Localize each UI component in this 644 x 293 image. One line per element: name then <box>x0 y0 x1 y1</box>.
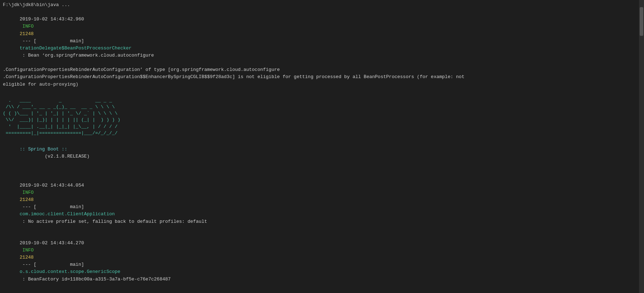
lvl-2: INFO <box>20 190 37 195</box>
pid-3: 21248 <box>20 255 34 260</box>
sep-3: --- [ main] <box>20 262 87 267</box>
console-main[interactable]: F:\jdk\jdk8\bin\java ... 2019-10-02 14:4… <box>0 0 639 293</box>
logger-2: com.imooc.client.ClientApplication <box>20 211 132 217</box>
level-1: INFO <box>20 24 37 29</box>
banner-line-4: \\/ ___)| |_)| | | | | || (_| | ) ) ) ) <box>3 117 636 123</box>
spring-boot-label: :: Spring Boot :: <box>20 146 67 152</box>
sep-2: --- [ main] <box>20 204 87 210</box>
log-line-4: 2019-10-02 14:43:44.300 INFO 21248 --- [… <box>3 290 636 293</box>
msg-3: : BeanFactory id=118bc00a-a315-3a7a-bf5e… <box>20 277 171 282</box>
empty-2 <box>3 168 636 175</box>
logger-3: o.s.cloud.context.scope.GenericScope <box>20 269 132 274</box>
timestamp-1: 2019-10-02 14:43:42.960 <box>20 16 84 22</box>
pid-2: 21248 <box>20 197 34 202</box>
empty-1 <box>3 88 636 95</box>
spring-banner: . ____ _ __ _ _ /\\ / ___'_ __ _ _(_)_ _… <box>3 97 636 136</box>
log-line-1b: .ConfigurationPropertiesRebinderAutoConf… <box>3 66 636 73</box>
ts-3: 2019-10-02 14:43:44.270 <box>20 240 84 246</box>
sep-1: --- [ main] <box>20 38 87 44</box>
log-line-2: 2019-10-02 14:43:44.054 INFO 21248 --- [… <box>3 175 636 232</box>
msg-1: : Bean ‘org.springframework.cloud.autoco… <box>20 53 154 58</box>
log-line-1d: eligible for auto-proxying) <box>3 81 636 88</box>
spring-boot-version: (v2.1.8.RELEASE) <box>20 154 90 159</box>
banner-line-6: =========|_|===============|___/=/_/_/_/ <box>3 130 636 136</box>
header-cmd: F:\jdk\jdk8\bin\java ... <box>3 1 636 9</box>
scrollbar-thumb[interactable] <box>640 7 643 36</box>
msg-2: : No active profile set, falling back to… <box>20 219 207 224</box>
ts-2: 2019-10-02 14:43:44.054 <box>20 183 84 188</box>
console-container: F:\jdk\jdk8\bin\java ... 2019-10-02 14:4… <box>0 0 644 293</box>
banner-line-3: ( ( )\___ | '_ | '_| | '_ \/ _` | \ \ \ … <box>3 110 636 117</box>
log-line-1c: .ConfigurationPropertiesRebinderAutoConf… <box>3 73 636 81</box>
log-line-1: 2019-10-02 14:43:42.960 INFO 21248 --- [… <box>3 9 636 66</box>
banner-line-5: ' |____| .__|_| |_|_| |_\__, | / / / / <box>3 124 636 130</box>
logger-1: trationDelegate$BeanPostProcessorChecker <box>20 45 132 51</box>
spring-version-line: :: Spring Boot :: (v2.1.8.RELEASE) <box>3 139 636 168</box>
lvl-3: INFO <box>20 248 37 253</box>
banner-line-1: . ____ _ __ _ _ <box>3 97 636 104</box>
pid-1: 21248 <box>20 31 34 37</box>
scrollbar[interactable] <box>639 0 644 293</box>
log-line-3: 2019-10-02 14:43:44.270 INFO 21248 --- [… <box>3 232 636 290</box>
banner-line-2: /\\ / ___'_ __ _ _(_)_ __ __ _ \ \ \ \ <box>3 104 636 110</box>
